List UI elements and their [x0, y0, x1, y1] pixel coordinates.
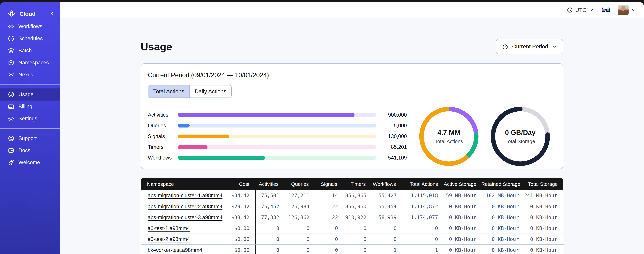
bar-row-activities: Activities 900,000: [148, 110, 407, 120]
bar-value: 130,000: [376, 133, 407, 140]
user-avatar: [618, 5, 628, 16]
activities-cell: 0: [256, 234, 285, 244]
bar-track: [178, 134, 376, 138]
namespace-link[interactable]: a0-test-1.a98mm4: [148, 225, 190, 232]
bar-value: 85,201: [376, 144, 407, 150]
retained-storage-cell: 182 MB-Hour: [482, 190, 525, 201]
column-header-cost: Cost: [213, 181, 255, 187]
sidebar-item-namespaces[interactable]: Namespaces: [0, 57, 60, 69]
bar-fill: [178, 113, 354, 117]
sidebar-item-batch[interactable]: Batch: [0, 44, 60, 57]
bar-row-queries: Queries 5,000: [148, 120, 407, 131]
sidebar-item-label: Workflows: [18, 24, 42, 30]
welcome-icon: [8, 159, 14, 166]
table-row: bk-worker-test.a98mm4 $0.00 0 0 0 0 1 1 …: [141, 244, 563, 254]
sidebar-item-settings[interactable]: Settings: [0, 112, 60, 125]
sidebar-item-nexus[interactable]: Nexus: [0, 69, 60, 81]
period-dropdown-button[interactable]: Current Period: [496, 39, 563, 54]
namespace-link[interactable]: abs-migration-cluster-1.a98mm4: [148, 192, 222, 198]
table-body: abs-migration-cluster-1.a98mm4 $34.42 75…: [141, 190, 563, 254]
bar-row-workflows: Workflows 541,109: [148, 152, 407, 163]
cost-cell: $0.00: [214, 244, 256, 254]
namespace-link[interactable]: abs-migration-cluster-2.a98mm4: [148, 204, 222, 210]
cost-cell: $29.32: [214, 201, 256, 212]
bar-label: Signals: [148, 133, 178, 140]
sidebar-collapse-button[interactable]: [49, 11, 55, 16]
table-row: abs-migration-cluster-2.a98mm4 $29.32 75…: [141, 201, 563, 212]
activities-cell: 77,332: [256, 212, 285, 223]
bar-value: 900,000: [376, 112, 407, 118]
retained-storage-cell: 0 KB-Hour: [482, 201, 525, 212]
account-menu[interactable]: [618, 5, 636, 16]
sidebar-item-docs[interactable]: Docs: [0, 144, 60, 156]
column-header-retained-storage: Retained Storage: [481, 181, 524, 187]
column-header-timers: Timers: [343, 181, 372, 187]
chevron-down-icon: [631, 8, 636, 12]
column-header-queries: Queries: [284, 181, 314, 187]
bar-fill: [178, 156, 265, 160]
billing-icon: [8, 103, 14, 110]
table-row: abs-migration-cluster-3.a98mm4 $38.42 77…: [141, 212, 563, 223]
workflows-cell: 55,454: [372, 201, 402, 212]
workflows-icon: [8, 23, 14, 30]
chevron-down-icon: [552, 44, 557, 49]
donut-value: 0 GB/Day: [505, 129, 536, 136]
activities-cell: 75,452: [256, 201, 285, 212]
workflows-cell: 55,427: [372, 190, 402, 201]
timezone-selector[interactable]: UTC: [567, 7, 594, 13]
docs-icon: [8, 147, 14, 154]
bar-fill: [178, 145, 208, 149]
total-storage-cell: 241 MB-Hour: [525, 190, 564, 201]
sidebar-item-workflows[interactable]: Workflows: [0, 20, 60, 32]
bar-row-signals: Signals 130,000: [148, 131, 407, 142]
donut-label: Total Storage: [506, 138, 535, 144]
activities-cell: 75,501: [256, 190, 285, 201]
sidebar-item-billing[interactable]: Billing: [0, 100, 60, 112]
queries-cell: 0: [285, 234, 315, 244]
support-icon: [8, 135, 14, 142]
total-actions-cell: 1,115,018: [402, 190, 444, 201]
bar-label: Workflows: [148, 155, 178, 161]
timers-cell: 856,960: [344, 201, 372, 212]
namespace-link[interactable]: bk-worker-test.a98mm4: [148, 247, 202, 253]
cost-cell: $0.00: [214, 234, 256, 244]
column-header-total-storage: Total Storage: [524, 181, 563, 187]
sidebar-item-welcome[interactable]: Welcome: [0, 156, 60, 168]
signals-cell: 14: [315, 190, 344, 201]
cost-cell: $0.00: [214, 223, 256, 234]
namespace-link[interactable]: a0-test-2.a98mm4: [148, 236, 190, 242]
tab-daily-actions[interactable]: Daily Actions: [189, 86, 231, 98]
sidebar-item-label: Namespaces: [18, 60, 49, 66]
sidebar-item-label: Batch: [18, 48, 32, 54]
active-storage-cell: 0 KB-Hour: [444, 244, 482, 254]
tab-total-actions[interactable]: Total Actions: [148, 86, 189, 98]
sidebar-item-label: Settings: [18, 116, 37, 122]
bar-row-timers: Timers 85,201: [148, 142, 407, 152]
table-header-row: Namespace Cost Activities Queries Signal…: [141, 178, 563, 190]
bar-fill: [178, 134, 229, 138]
bar-track: [178, 113, 376, 117]
sidebar-item-label: Support: [18, 136, 37, 142]
retained-storage-cell: 0 KB-Hour: [482, 223, 525, 234]
queries-cell: 127,211: [285, 190, 315, 201]
column-header-activities: Activities: [255, 181, 284, 187]
glasses-icon[interactable]: [601, 5, 610, 15]
total-actions-donut: 4.7 MM Total Actions: [419, 106, 479, 166]
sidebar-item-support[interactable]: Support: [0, 132, 60, 144]
workflows-cell: 1: [372, 244, 402, 254]
sidebar-divider: [0, 84, 60, 85]
main-area: UTC: [60, 2, 644, 254]
schedules-icon: [8, 35, 14, 42]
column-header-total-actions: Total Actions: [402, 181, 444, 187]
bar-value: 5,000: [376, 123, 407, 129]
namespace-cell: a0-test-1.a98mm4: [141, 223, 214, 234]
signals-cell: 0: [315, 244, 344, 254]
total-actions-cell: 1: [402, 244, 444, 254]
topbar: UTC: [60, 2, 644, 18]
sidebar-item-usage[interactable]: Usage: [0, 88, 60, 100]
actions-tab-group: Total Actions Daily Actions: [148, 85, 232, 98]
sidebar-item-schedules[interactable]: Schedules: [0, 32, 60, 44]
namespace-link[interactable]: abs-migration-cluster-3.a98mm4: [148, 214, 222, 220]
timers-cell: 856,865: [344, 190, 372, 201]
usage-icon: [8, 91, 14, 98]
